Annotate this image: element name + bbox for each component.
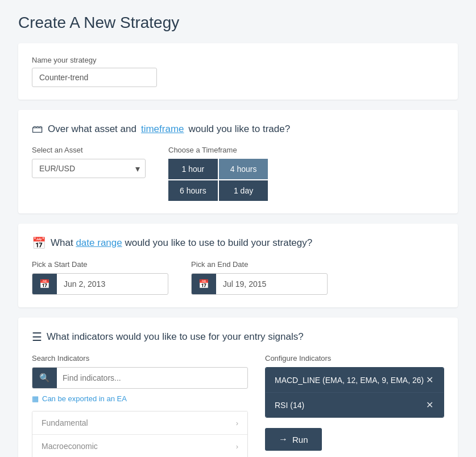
page-title: Create A New Strategy (18, 14, 458, 32)
strategy-name-input[interactable] (32, 68, 157, 87)
timeframe-grid: 1 hour 4 hours 6 hours 1 day (168, 159, 268, 201)
asset-timeframe-section: 🗃 Over what asset and timeframe would yo… (18, 110, 458, 213)
rsi-indicator-label: RSI (14) (275, 401, 304, 410)
configured-rsi: RSI (14) ✕ (266, 393, 444, 417)
asset-title-suffix: would you like to trade? (189, 123, 291, 135)
timeframe-1hour[interactable]: 1 hour (168, 159, 218, 179)
category-macroeconomic[interactable]: Macroeconomic › (32, 435, 247, 457)
name-label: Name your strategy (32, 56, 444, 64)
sliders-icon: ☰ (32, 330, 42, 344)
date-range-section: 📅 What date range would you like to use … (18, 224, 458, 307)
export-note: ▦ Can be exported in an EA (32, 394, 248, 403)
asset-col: Select an Asset EUR/USD GBP/USD USD/JPY … (32, 146, 146, 178)
run-arrow-icon: → (279, 434, 288, 444)
macroeconomic-label: Macroeconomic (42, 442, 98, 451)
end-date-value: Jul 19, 2015 (216, 275, 327, 293)
category-list: Fundamental › Macroeconomic › Technical … (32, 411, 248, 457)
run-button-label: Run (292, 435, 308, 444)
timeframe-label: Choose a Timeframe (168, 146, 268, 154)
configured-indicators-list: MACD_LINE (EMA, 12, EMA, 9, EMA, 26) ✕ R… (265, 367, 444, 418)
indicators-left-col: Search Indicators 🔍 ▦ Can be exported in… (32, 354, 248, 457)
indicators-section: ☰ What indicators would you like to use … (18, 318, 458, 457)
chart-bar-icon: ▦ (32, 394, 39, 403)
configure-label: Configure Indicators (265, 354, 444, 363)
end-date-col: Pick an End Date 📅 Jul 19, 2015 (191, 260, 328, 295)
search-input[interactable] (57, 369, 247, 387)
start-date-calendar-btn[interactable]: 📅 (32, 274, 57, 294)
date-section-title: 📅 What date range would you like to use … (32, 236, 444, 250)
configured-macd: MACD_LINE (EMA, 12, EMA, 9, EMA, 26) ✕ (266, 368, 444, 393)
timeframe-link: timeframe (141, 123, 184, 135)
indicators-title: ☰ What indicators would you like to use … (32, 330, 444, 344)
calendar-icon: 📅 (32, 236, 46, 250)
macroeconomic-chevron-icon: › (236, 442, 238, 451)
asset-section-title: 🗃 Over what asset and timeframe would yo… (32, 122, 444, 135)
category-fundamental[interactable]: Fundamental › (32, 411, 247, 435)
end-date-label: Pick an End Date (191, 260, 328, 269)
start-date-col: Pick a Start Date 📅 Jun 2, 2013 (32, 260, 168, 295)
export-note-text: Can be exported in an EA (42, 394, 127, 403)
asset-title-prefix: Over what asset and (48, 123, 136, 135)
timeframe-col: Choose a Timeframe 1 hour 4 hours 6 hour… (168, 146, 268, 201)
search-bar: 🔍 (32, 367, 248, 389)
start-date-input-wrap: 📅 Jun 2, 2013 (32, 273, 168, 295)
timeframe-4hours[interactable]: 4 hours (219, 159, 268, 179)
name-section: Name your strategy (18, 43, 458, 100)
asset-label: Select an Asset (32, 146, 146, 154)
indicators-title-text: What indicators would you like to use fo… (47, 331, 304, 343)
timeframe-6hours[interactable]: 6 hours (168, 180, 218, 201)
start-date-label: Pick a Start Date (32, 260, 168, 269)
remove-rsi-button[interactable]: ✕ (425, 400, 434, 410)
date-title-text: What date range would you like to use to… (51, 237, 312, 249)
macd-indicator-label: MACD_LINE (EMA, 12, EMA, 9, EMA, 26) (275, 376, 424, 385)
start-date-value: Jun 2, 2013 (57, 275, 168, 293)
indicators-right-col: Configure Indicators MACD_LINE (EMA, 12,… (265, 354, 444, 451)
end-date-calendar-btn[interactable]: 📅 (192, 274, 216, 294)
asset-select[interactable]: EUR/USD GBP/USD USD/JPY AUD/USD (32, 159, 146, 178)
fundamental-label: Fundamental (42, 418, 88, 427)
search-button[interactable]: 🔍 (32, 368, 57, 388)
run-button[interactable]: → Run (265, 428, 322, 451)
timeframe-1day[interactable]: 1 day (219, 180, 268, 201)
database-icon: 🗃 (32, 122, 43, 135)
remove-macd-button[interactable]: ✕ (425, 374, 434, 385)
fundamental-chevron-icon: › (236, 419, 238, 427)
end-date-input-wrap: 📅 Jul 19, 2015 (191, 273, 328, 295)
asset-select-wrap: EUR/USD GBP/USD USD/JPY AUD/USD (32, 159, 146, 178)
search-label: Search Indicators (32, 354, 248, 363)
